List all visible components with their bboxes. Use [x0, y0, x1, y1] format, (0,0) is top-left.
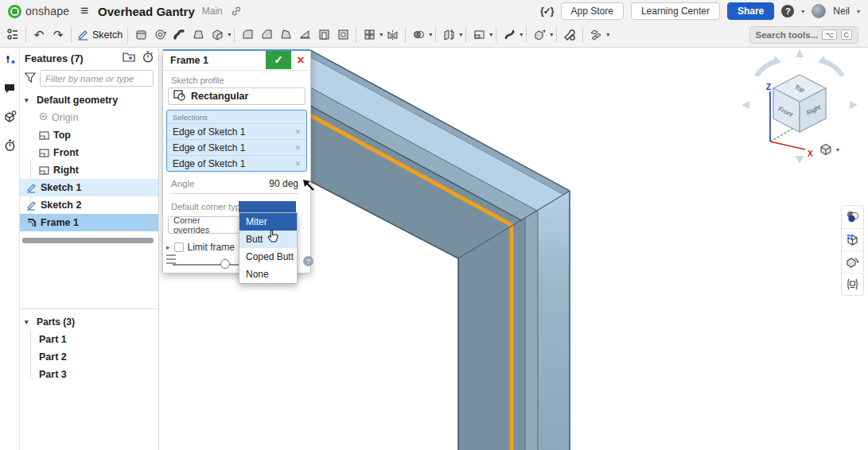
share-link-icon[interactable]: [231, 6, 242, 17]
user-caret-icon[interactable]: ▾: [857, 8, 860, 15]
filter-icon[interactable]: [25, 72, 36, 85]
onshape-logo-text[interactable]: onshape: [25, 5, 69, 17]
thicken-icon[interactable]: [208, 25, 227, 45]
revolve-icon[interactable]: [150, 25, 169, 45]
section-view-icon[interactable]: [842, 250, 863, 273]
remove-selection-icon[interactable]: ×: [295, 126, 301, 138]
frame-dropdown-caret[interactable]: ▾: [606, 31, 609, 38]
search-tools-box[interactable]: Search tools... ⌥ C: [749, 26, 858, 44]
mirror-icon[interactable]: [383, 25, 402, 45]
user-avatar[interactable]: [812, 4, 826, 18]
user-name[interactable]: Neil: [833, 6, 850, 17]
tree-item-sketch-2[interactable]: Sketch 2: [20, 196, 158, 214]
undo-button[interactable]: ↶: [29, 25, 49, 45]
selections-box[interactable]: Selections Edge of Sketch 1 × Edge of Sk…: [166, 110, 307, 172]
chevron-right-icon[interactable]: ▸: [166, 243, 170, 251]
selection-item[interactable]: Edge of Sketch 1 ×: [167, 123, 306, 139]
tree-item-part-1[interactable]: Part 1: [20, 331, 158, 348]
graphics-viewport[interactable]: Z X Top Front Right ▾: [159, 48, 868, 450]
transform-dropdown-caret[interactable]: ▾: [550, 31, 553, 38]
transform-icon[interactable]: [530, 25, 549, 45]
chevron-down-icon[interactable]: ▾: [25, 318, 33, 326]
tree-item-origin[interactable]: Origin: [20, 109, 158, 126]
selection-item[interactable]: Edge of Sketch 1 ×: [167, 155, 306, 171]
selection-item[interactable]: Edge of Sketch 1 ×: [167, 139, 306, 155]
rollback-bar[interactable]: [22, 238, 154, 243]
view-cube[interactable]: Z X Top Front Right: [740, 48, 867, 167]
chamfer-icon[interactable]: [257, 25, 276, 45]
option-butt[interactable]: Butt: [239, 231, 297, 248]
featurescript-icon[interactable]: {✓}: [540, 6, 553, 17]
limit-frame-row[interactable]: ▸ Limit frame: [166, 242, 235, 253]
linear-pattern-icon[interactable]: [360, 25, 379, 45]
split-icon[interactable]: [439, 25, 458, 45]
rib-icon[interactable]: [295, 25, 314, 45]
feature-history-icon[interactable]: [142, 51, 154, 65]
profile-select[interactable]: Rectangular: [168, 87, 306, 105]
limit-frame-checkbox[interactable]: [174, 242, 184, 252]
workspace-name[interactable]: Main: [202, 6, 223, 17]
parts-header[interactable]: ▾ Parts (3): [20, 313, 158, 331]
corner-type-select[interactable]: [239, 201, 296, 212]
share-button[interactable]: Share: [727, 2, 774, 20]
view-mode-selector[interactable]: ▾: [818, 142, 839, 157]
option-none[interactable]: None: [239, 266, 297, 283]
tree-item-part-2[interactable]: Part 2: [20, 348, 158, 366]
named-views-icon[interactable]: [842, 228, 863, 250]
corner-overrides-button[interactable]: Corner overrides: [168, 216, 239, 234]
app-store-button[interactable]: App Store: [561, 2, 624, 20]
help-icon[interactable]: ?: [781, 5, 794, 17]
slider-handle[interactable]: [220, 259, 230, 269]
loft-icon[interactable]: [189, 25, 208, 45]
modify-tools-icon[interactable]: [560, 25, 579, 45]
extrude-icon[interactable]: [131, 25, 150, 45]
comments-icon[interactable]: [3, 83, 16, 98]
plane-icon-toolbar[interactable]: [469, 25, 488, 45]
frame-tools-icon[interactable]: [586, 25, 605, 45]
option-coped-butt[interactable]: Coped Butt: [239, 248, 297, 266]
cancel-button[interactable]: ×: [291, 52, 310, 70]
plane-dropdown-caret[interactable]: ▾: [489, 31, 492, 38]
helix-icon[interactable]: [500, 25, 519, 45]
dialog-help-icon[interactable]: ?: [303, 256, 313, 266]
onshape-logo-icon[interactable]: [8, 5, 21, 18]
document-menu-icon[interactable]: ≡: [80, 3, 88, 19]
flip-direction-arrow-icon[interactable]: [302, 178, 316, 195]
confirm-button[interactable]: ✓: [266, 51, 291, 69]
sketch-button[interactable]: Sketch: [75, 25, 124, 45]
help-caret-icon[interactable]: ▾: [801, 8, 804, 15]
view-mode-caret-icon[interactable]: ▾: [836, 146, 839, 153]
hole-icon[interactable]: [333, 25, 352, 45]
angle-value[interactable]: 90 deg: [269, 178, 298, 189]
new-folder-icon[interactable]: [123, 51, 135, 65]
redo-button[interactable]: ↷: [49, 25, 68, 45]
appearance-icon[interactable]: [842, 206, 863, 228]
draft-icon[interactable]: [276, 25, 295, 45]
tree-item-default-geometry[interactable]: ▾ Default geometry: [20, 91, 158, 109]
tree-item-right-plane[interactable]: Right: [20, 161, 158, 179]
dialog-grip-icon[interactable]: [166, 254, 176, 264]
feature-list-toggle-icon[interactable]: [3, 25, 22, 45]
tree-item-frame-1[interactable]: Frame 1: [20, 214, 158, 231]
fillet-icon[interactable]: [238, 25, 257, 45]
boolean-dropdown-caret[interactable]: ▾: [429, 31, 432, 38]
tree-item-part-3[interactable]: Part 3: [20, 366, 158, 383]
filter-input[interactable]: [40, 70, 154, 87]
insert-tab-icon[interactable]: [4, 54, 16, 70]
boolean-icon[interactable]: [409, 25, 428, 45]
measure-icon[interactable]: [842, 273, 863, 295]
learning-center-button[interactable]: Learning Center: [631, 2, 720, 20]
remove-selection-icon[interactable]: ×: [295, 142, 301, 153]
shell-icon[interactable]: [314, 25, 333, 45]
sweep-icon[interactable]: [169, 25, 189, 45]
tree-item-front-plane[interactable]: Front: [20, 144, 158, 161]
thicken-dropdown-caret[interactable]: ▾: [228, 31, 231, 38]
parts-help-icon[interactable]: ?: [3, 111, 17, 126]
history-icon[interactable]: [4, 139, 16, 155]
helix-dropdown-caret[interactable]: ▾: [520, 31, 523, 38]
tree-item-sketch-1[interactable]: Sketch 1: [20, 179, 158, 196]
angle-field[interactable]: Angle 90 deg: [171, 178, 298, 194]
tree-item-top-plane[interactable]: Top: [20, 126, 158, 144]
option-miter[interactable]: Miter: [239, 213, 297, 231]
chevron-down-icon[interactable]: ▾: [25, 96, 33, 104]
